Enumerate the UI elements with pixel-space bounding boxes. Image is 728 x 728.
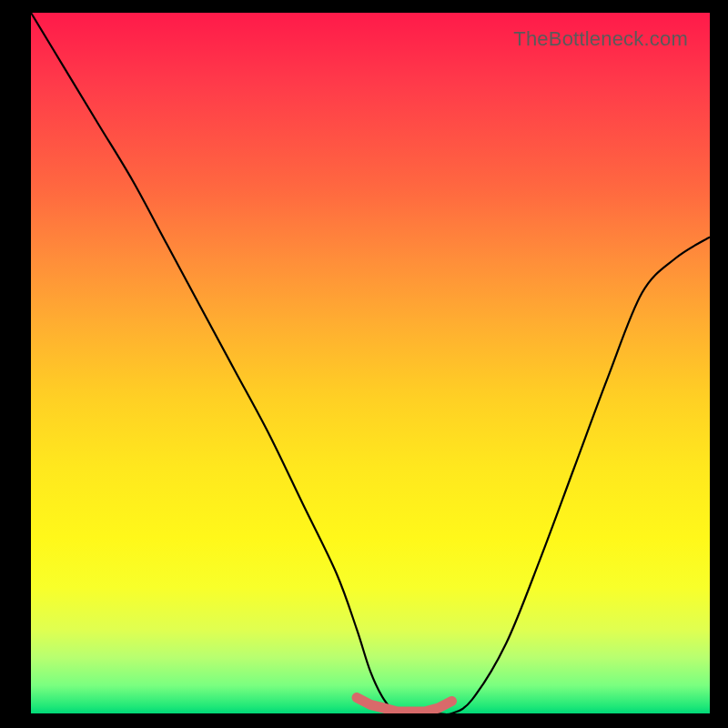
flat-highlight <box>357 698 451 712</box>
curve-svg <box>31 13 710 713</box>
chart-container: TheBottleneck.com <box>0 0 728 728</box>
watermark-text: TheBottleneck.com <box>513 27 688 51</box>
main-curve <box>31 13 710 713</box>
plot-area: TheBottleneck.com <box>31 13 710 713</box>
